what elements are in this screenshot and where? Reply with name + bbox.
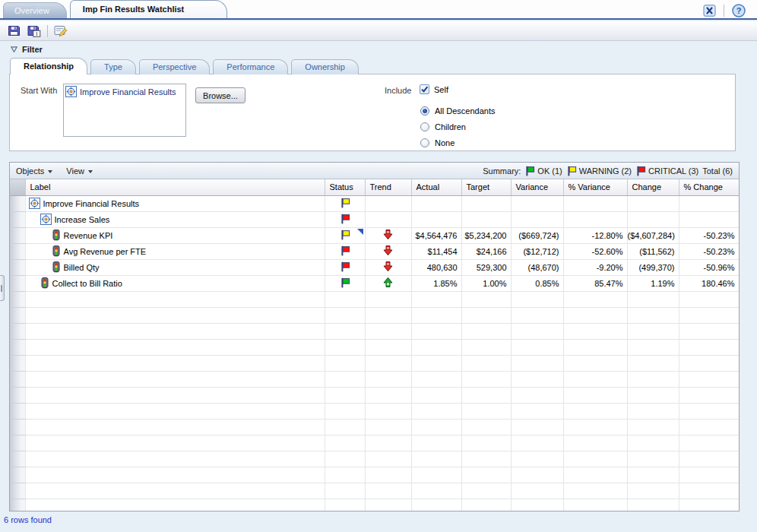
empty-cell xyxy=(563,371,627,387)
empty-cell xyxy=(563,387,627,403)
cell-actual: 480,630 xyxy=(411,259,461,275)
empty-cell xyxy=(365,355,411,371)
radio-button-selected[interactable] xyxy=(420,106,429,116)
column-header-change[interactable]: Change xyxy=(627,179,679,195)
panel-splitter[interactable] xyxy=(0,275,5,301)
window-tab-imp-fin-results-watchlist[interactable]: Imp Fin Results Watchlist xyxy=(70,0,227,18)
cell-actual: 1.85% xyxy=(411,275,461,291)
row-gutter xyxy=(10,323,25,339)
empty-cell xyxy=(627,435,679,451)
cell-variance xyxy=(563,195,627,211)
empty-row xyxy=(10,307,739,323)
label-cell[interactable]: Collect to Bill Ratio xyxy=(25,275,325,291)
column-header-label[interactable]: Label xyxy=(25,179,325,195)
window-tab-overview[interactable]: Overview xyxy=(3,2,67,18)
cell-change: -50.96% xyxy=(679,259,739,275)
empty-row xyxy=(10,291,739,307)
empty-cell xyxy=(461,323,511,339)
empty-cell xyxy=(563,339,627,355)
self-checkbox[interactable] xyxy=(420,84,429,94)
empty-cell xyxy=(365,403,411,419)
filter-tab-performance[interactable]: Performance xyxy=(213,59,288,74)
start-with-item[interactable]: Improve Financial Results xyxy=(65,86,184,97)
cell-actual xyxy=(411,195,461,211)
row-selector[interactable] xyxy=(10,275,25,291)
help-icon[interactable]: ? xyxy=(731,3,746,18)
radio-button[interactable] xyxy=(420,138,429,147)
row-label: Increase Sales xyxy=(55,215,110,224)
menu-view[interactable]: View xyxy=(66,166,93,176)
summary-item-label: OK (1) xyxy=(537,166,562,176)
cell-change xyxy=(679,195,739,211)
row-selector[interactable] xyxy=(10,227,25,243)
column-header-status[interactable]: Status xyxy=(325,179,365,195)
column-header-gutter xyxy=(10,179,25,195)
empty-cell xyxy=(511,451,563,467)
row-selector[interactable] xyxy=(10,243,25,259)
properties-icon[interactable] xyxy=(53,24,68,39)
column-header-trend[interactable]: Trend xyxy=(365,179,411,195)
filter-disclosure[interactable]: Filter xyxy=(11,45,43,54)
empty-cell xyxy=(627,499,679,511)
filter-tab-type[interactable]: Type xyxy=(90,59,136,74)
empty-cell xyxy=(411,403,461,419)
save-icon[interactable] xyxy=(6,24,21,39)
label-cell[interactable]: Billed Qty xyxy=(25,259,325,275)
radio-option-all-descendants[interactable]: All Descendants xyxy=(420,103,496,119)
empty-cell xyxy=(461,435,511,451)
save-as-icon[interactable]: I xyxy=(27,24,42,39)
table-row-avg-revenue-per-fte[interactable]: Avg Revenue per FTE$11,454$24,166($12,71… xyxy=(10,243,739,259)
filter-tab-perspective[interactable]: Perspective xyxy=(139,59,210,74)
row-gutter xyxy=(10,339,25,355)
kpi-traffic-light-icon xyxy=(52,230,61,241)
browse-button[interactable]: Browse... xyxy=(195,87,245,103)
empty-row xyxy=(10,435,739,451)
row-gutter xyxy=(10,307,25,323)
column-header-actual[interactable]: Actual xyxy=(411,179,461,195)
label-cell[interactable]: Increase Sales xyxy=(25,211,325,227)
table-row-billed-qty[interactable]: Billed Qty480,630529,300(48,670)-9.20%(4… xyxy=(10,259,739,275)
trend-cell xyxy=(365,259,411,275)
filter-tab-relationship[interactable]: Relationship xyxy=(10,58,87,74)
empty-row xyxy=(10,355,739,371)
annotation-indicator-icon[interactable] xyxy=(357,229,363,235)
empty-cell xyxy=(365,387,411,403)
self-option[interactable]: Self xyxy=(420,84,448,94)
row-selector[interactable] xyxy=(10,259,25,275)
label-cell[interactable]: Improve Financial Results xyxy=(25,195,325,211)
column-header-change[interactable]: % Change xyxy=(679,179,739,195)
label-cell[interactable]: Avg Revenue per FTE xyxy=(25,243,325,259)
table-row-improve-financial-results[interactable]: Improve Financial Results xyxy=(10,195,739,211)
row-selector[interactable] xyxy=(10,211,25,227)
cell-variance: (48,670) xyxy=(511,259,563,275)
row-gutter xyxy=(10,499,25,511)
column-header-variance[interactable]: % Variance xyxy=(563,179,627,195)
start-with-listbox[interactable]: Improve Financial Results xyxy=(63,84,186,137)
empty-cell xyxy=(461,339,511,355)
filter-tab-ownership[interactable]: Ownership xyxy=(291,59,359,74)
radio-button[interactable] xyxy=(420,122,429,131)
radio-option-none[interactable]: None xyxy=(420,135,496,150)
close-icon[interactable] xyxy=(702,3,717,18)
row-gutter xyxy=(10,451,25,467)
empty-cell xyxy=(679,323,739,339)
cell-change: -50.23% xyxy=(679,227,739,243)
menu-objects[interactable]: Objects xyxy=(16,166,52,176)
column-header-target[interactable]: Target xyxy=(461,179,511,195)
row-selector[interactable] xyxy=(10,195,25,211)
column-header-variance[interactable]: Variance xyxy=(511,179,563,195)
table-row-increase-sales[interactable]: Increase Sales xyxy=(10,211,739,227)
empty-cell xyxy=(365,323,411,339)
empty-cell xyxy=(627,451,679,467)
summary-total: Total (6) xyxy=(702,166,733,176)
status-cell xyxy=(325,211,365,227)
empty-cell xyxy=(411,451,461,467)
radio-option-children[interactable]: Children xyxy=(420,119,496,135)
cell-change: 180.46% xyxy=(679,275,739,291)
empty-cell xyxy=(511,467,563,483)
cell-actual: $4,564,476 xyxy=(411,227,461,243)
table-row-revenue-kpi[interactable]: Revenue KPI$4,564,476$5,234,200($669,724… xyxy=(10,227,739,243)
row-gutter xyxy=(10,387,25,403)
label-cell[interactable]: Revenue KPI xyxy=(25,227,325,243)
table-row-collect-to-bill-ratio[interactable]: Collect to Bill Ratio1.85%1.00%0.85%85.4… xyxy=(10,275,739,291)
